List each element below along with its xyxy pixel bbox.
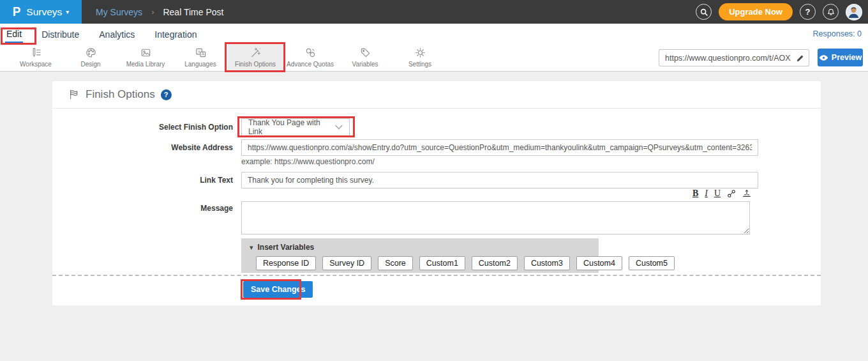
page-title: Finish Options <box>86 88 155 101</box>
save-changes-button[interactable]: Save Changes <box>243 281 313 298</box>
magic-wand-icon <box>250 47 262 59</box>
link-text-input[interactable] <box>241 172 758 188</box>
preview-button[interactable]: Preview <box>818 49 863 66</box>
survey-tabs: Edit Distribute Analytics Integration Re… <box>0 24 868 44</box>
triangle-down-icon: ▾ <box>250 243 253 252</box>
topbar-actions: Upgrade Now ? <box>696 3 868 20</box>
chain-links-icon <box>304 47 317 59</box>
variable-buttons-row: Response ID Survey ID Score Custom1 Cust… <box>256 256 599 270</box>
variable-button-custom2[interactable]: Custom2 <box>472 256 518 270</box>
variable-button-custom1[interactable]: Custom1 <box>419 256 465 270</box>
bold-button[interactable]: B <box>692 189 698 198</box>
breadcrumb: My Surveys › Real Time Post <box>96 7 223 17</box>
toolbar-item-variables[interactable]: Variables <box>338 43 393 71</box>
app-menu-label: Surveys <box>26 6 62 18</box>
gear-icon <box>414 47 426 59</box>
variable-button-custom3[interactable]: Custom3 <box>524 256 570 270</box>
variable-button-score[interactable]: Score <box>378 256 413 270</box>
insert-link-icon[interactable] <box>727 189 736 198</box>
website-address-example: example: https://www.questionpro.com/ <box>241 157 375 166</box>
chevron-down-icon: ▾ <box>66 8 69 15</box>
help-button[interactable]: ? <box>800 4 816 20</box>
link-text-label: Link Text <box>52 176 233 185</box>
survey-url-input[interactable] <box>659 50 791 66</box>
toolbar-item-advance-quotas[interactable]: Advance Quotas <box>283 43 338 71</box>
website-address-input[interactable] <box>241 139 758 156</box>
chevron-down-icon <box>335 125 343 130</box>
languages-icon: xA <box>195 47 207 59</box>
dashed-divider <box>52 275 821 276</box>
breadcrumb-separator: › <box>151 7 154 17</box>
tab-edit[interactable]: Edit <box>5 25 23 43</box>
bell-icon <box>827 8 835 17</box>
toolbar-item-settings[interactable]: Settings <box>393 43 447 71</box>
svg-text:A: A <box>201 52 204 56</box>
insert-variables-toggle[interactable]: ▾ Insert Variables <box>250 243 599 252</box>
questionpro-logo-icon: P <box>13 4 21 19</box>
message-textarea[interactable] <box>241 201 750 234</box>
align-text-icon[interactable] <box>742 189 751 198</box>
finish-option-label: Select Finish Option <box>52 123 233 132</box>
variable-button-custom4[interactable]: Custom4 <box>576 256 622 270</box>
tab-integration[interactable]: Integration <box>153 26 198 42</box>
eye-icon <box>819 54 828 61</box>
toolbar-item-workspace[interactable]: Workspace <box>8 43 63 71</box>
edit-pencil-icon[interactable] <box>795 53 805 63</box>
question-mark-icon: ? <box>805 7 811 17</box>
workspace-icon <box>30 47 42 59</box>
top-navigation-bar: P Surveys ▾ My Surveys › Real Time Post … <box>0 0 868 24</box>
header-bar: Edit Distribute Analytics Integration Re… <box>0 24 868 72</box>
insert-variables-title: Insert Variables <box>258 243 315 252</box>
search-icon <box>700 8 708 17</box>
search-button[interactable] <box>696 4 712 20</box>
italic-button[interactable]: I <box>705 189 708 198</box>
app-menu-surveys[interactable]: P Surveys ▾ <box>0 0 82 24</box>
edit-toolbar: Workspace Design Media Library xA Langua… <box>8 43 447 71</box>
variable-button-survey-id[interactable]: Survey ID <box>322 256 371 270</box>
media-library-icon <box>140 47 152 59</box>
toolbar-item-design[interactable]: Design <box>63 43 118 71</box>
breadcrumb-my-surveys[interactable]: My Surveys <box>96 7 142 17</box>
toolbar-item-media-library[interactable]: Media Library <box>118 43 173 71</box>
breadcrumb-current-survey: Real Time Post <box>163 7 223 17</box>
notifications-button[interactable] <box>823 4 839 20</box>
variable-button-custom5[interactable]: Custom5 <box>629 256 675 270</box>
message-format-toolbar: B I U <box>692 189 751 198</box>
variable-button-response-id[interactable]: Response ID <box>256 256 316 270</box>
underline-button[interactable]: U <box>714 189 721 198</box>
design-palette-icon <box>85 47 97 59</box>
website-address-label: Website Address <box>52 143 233 152</box>
tab-distribute[interactable]: Distribute <box>40 26 80 42</box>
toolbar-item-languages[interactable]: xA Languages <box>173 43 228 71</box>
toolbar-item-finish-options[interactable]: Finish Options <box>228 43 283 71</box>
tab-analytics[interactable]: Analytics <box>98 26 136 42</box>
responses-count[interactable]: Responses: 0 <box>813 29 862 38</box>
finish-option-selected-value: Thank You Page with Link <box>248 118 335 136</box>
finish-options-panel: Finish Options ? Select Finish Option Th… <box>52 81 821 305</box>
user-avatar[interactable] <box>846 4 862 20</box>
finish-option-select[interactable]: Thank You Page with Link <box>241 118 350 136</box>
insert-variables-panel: ▾ Insert Variables Response ID Survey ID… <box>241 238 599 273</box>
survey-url-box <box>659 49 809 66</box>
profile-photo <box>846 4 861 19</box>
finish-options-help-icon[interactable]: ? <box>161 89 172 100</box>
upgrade-now-button[interactable]: Upgrade Now <box>719 3 793 20</box>
flag-icon <box>68 89 80 100</box>
tag-icon <box>359 47 371 59</box>
message-label: Message <box>52 204 233 213</box>
panel-header: Finish Options ? <box>52 81 821 109</box>
